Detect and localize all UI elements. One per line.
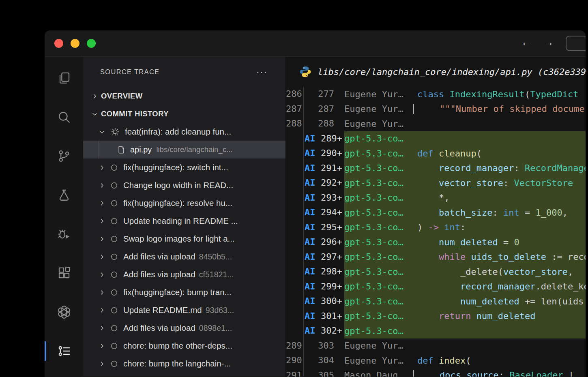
code-line[interactable]: AI297+gpt-5.3-co… while uids_to_delete :… bbox=[286, 250, 586, 265]
code-line[interactable]: AI292+gpt-5.3-co… vector_store: VectorSt… bbox=[286, 176, 586, 191]
ai-badge: AI bbox=[305, 309, 315, 324]
ai-line-number: AI295+ bbox=[304, 220, 344, 235]
commit-row[interactable]: Add files via upload0898e1... bbox=[83, 319, 285, 337]
command-search-box[interactable] bbox=[566, 36, 586, 51]
code-text: while uids_to_delete := record bbox=[413, 252, 586, 262]
commit-row[interactable]: fix(huggingface): switch int... bbox=[83, 159, 285, 176]
beaker-icon[interactable] bbox=[45, 185, 83, 205]
more-actions-icon[interactable]: ··· bbox=[256, 70, 268, 74]
file-path-title: libs/core/langchain_core/indexing/api.py… bbox=[318, 67, 586, 77]
blame-author: gpt-5.3-co… bbox=[344, 208, 413, 218]
gutter-line-number bbox=[286, 323, 304, 338]
code-line[interactable]: 287287Eugene Yur… """Number of skipped d… bbox=[286, 102, 586, 117]
code-line[interactable]: AI293+gpt-5.3-co… *, bbox=[286, 191, 586, 206]
zoom-button[interactable] bbox=[87, 39, 96, 48]
commit-dot-icon bbox=[110, 164, 118, 171]
blame-author: gpt-5.3-co… bbox=[344, 252, 413, 262]
tree-indent-guide bbox=[98, 141, 99, 159]
blame-author: gpt-5.3-co… bbox=[344, 133, 413, 144]
line-number: 288 bbox=[304, 116, 344, 131]
commit-row[interactable]: Swap logo images for light a... bbox=[83, 230, 285, 248]
file-row-api-py[interactable]: api.py libs/core/langchain_c... bbox=[83, 141, 285, 159]
line-number: 303 bbox=[304, 338, 344, 353]
nav-back-button[interactable]: ← bbox=[518, 36, 534, 49]
code-line[interactable]: AI300+gpt-5.3-co… num_deleted += len(uid… bbox=[286, 294, 586, 309]
commit-label: fix(huggingface): bump tran... bbox=[123, 287, 232, 297]
code-line[interactable]: AI294+gpt-5.3-co… batch_size: int = 1_00… bbox=[286, 205, 586, 220]
sidebar-section-overview[interactable]: OVERVIEW bbox=[83, 87, 285, 105]
blame-author: gpt-5.3-co… bbox=[344, 281, 413, 291]
sidebar-title: SOURCE TRACE bbox=[100, 68, 159, 76]
gutter-line-number: 290 bbox=[286, 353, 304, 368]
gutter-line-number bbox=[286, 176, 304, 191]
code-line[interactable]: AI290+gpt-5.3-co…def cleanup( bbox=[286, 146, 586, 161]
sidebar-section-commit-history[interactable]: COMMIT HISTORY bbox=[83, 105, 285, 123]
file-path: libs/core/langchain_c... bbox=[156, 145, 232, 154]
gutter-line-number: 288 bbox=[286, 116, 304, 131]
code-text: docs_source: BaseLoader | bbox=[414, 370, 574, 377]
editor-file-header: libs/core/langchain_core/indexing/api.py… bbox=[286, 57, 586, 87]
file-name: api.py bbox=[130, 145, 152, 154]
code-line[interactable]: AI295+gpt-5.3-co…) -> int: bbox=[286, 220, 586, 235]
code-line[interactable]: AI302+gpt-5.3-co… bbox=[286, 323, 586, 338]
commit-row[interactable]: chore: bump the other-deps... bbox=[83, 337, 285, 355]
source-control-icon[interactable] bbox=[45, 146, 83, 166]
code-line[interactable]: AI299+gpt-5.3-co… record_manager.delete_… bbox=[286, 279, 586, 294]
line-number: 304 bbox=[304, 353, 344, 368]
code-line[interactable]: 289303Eugene Yur… bbox=[286, 338, 586, 353]
diff-added-region: gpt-5.3-co… batch_size: int = 1_000, bbox=[344, 205, 586, 220]
diff-added-region: gpt-5.3-co… bbox=[344, 323, 586, 338]
python-icon bbox=[299, 66, 311, 78]
code-line[interactable]: AI301+gpt-5.3-co… return num_deleted bbox=[286, 309, 586, 324]
commit-row-expanded[interactable]: feat(infra): add cleanup fun... bbox=[83, 123, 285, 141]
commit-label: fix(huggingface): switch int... bbox=[123, 163, 228, 172]
extensions-icon[interactable] bbox=[45, 263, 83, 283]
commit-label: Update README.md bbox=[123, 305, 202, 315]
line-number: 287 bbox=[304, 102, 344, 117]
commit-row[interactable]: Change logo width in READ... bbox=[83, 176, 285, 194]
source-trace-icon[interactable] bbox=[45, 341, 83, 361]
code-line[interactable]: 291305Mason Daug… docs_source: BaseLoade… bbox=[286, 368, 586, 377]
blame-author: Eugene Yur… bbox=[344, 119, 413, 129]
chevron-right-icon bbox=[99, 236, 105, 242]
section-label: OVERVIEW bbox=[101, 92, 143, 101]
commit-hash: cf51821... bbox=[199, 270, 234, 279]
close-button[interactable] bbox=[54, 39, 63, 48]
chevron-right-icon bbox=[99, 200, 105, 207]
debug-icon[interactable] bbox=[45, 224, 83, 244]
diff-added-region: gpt-5.3-co… while uids_to_delete := reco… bbox=[344, 250, 586, 265]
ai-line-number: AI292+ bbox=[304, 176, 344, 191]
commit-row[interactable]: Update README.md93d63... bbox=[83, 301, 285, 319]
gutter-line-number bbox=[286, 205, 304, 220]
ai-line-number: AI300+ bbox=[304, 294, 344, 309]
code-line[interactable]: AI291+gpt-5.3-co… record_manager: Record… bbox=[286, 161, 586, 176]
sidebar: SOURCE TRACE ··· OVERVIEW COMMIT HISTORY bbox=[83, 57, 286, 377]
commit-row[interactable]: Update heading in README ... bbox=[83, 212, 285, 230]
ai-line-number: AI291+ bbox=[304, 161, 344, 176]
files-icon[interactable] bbox=[45, 68, 83, 88]
search-icon[interactable] bbox=[45, 107, 83, 127]
nav-forward-button[interactable]: → bbox=[540, 36, 556, 49]
ai-badge: AI bbox=[305, 294, 315, 309]
diff-added-region: gpt-5.3-co…) -> int: bbox=[344, 220, 586, 235]
code-region: Eugene Yur… bbox=[344, 338, 586, 353]
diff-added-region: gpt-5.3-co… _delete(vector_store, bbox=[344, 264, 586, 279]
minimize-button[interactable] bbox=[71, 39, 79, 48]
commit-row[interactable]: fix(huggingface): resolve hu... bbox=[83, 194, 285, 212]
code-line[interactable]: 288288Eugene Yur… bbox=[286, 116, 586, 131]
sparkle-icon bbox=[111, 127, 120, 136]
commit-row[interactable]: fix(huggingface): bump tran... bbox=[83, 283, 285, 301]
file-icon bbox=[117, 146, 125, 154]
code-line[interactable]: AI289+gpt-5.3-co… bbox=[286, 131, 586, 146]
code-line[interactable]: AI298+gpt-5.3-co… _delete(vector_store, bbox=[286, 264, 586, 279]
commit-row[interactable]: Add files via uploadcf51821... bbox=[83, 266, 285, 283]
code-line[interactable]: 290304Eugene Yur…def index( bbox=[286, 353, 586, 368]
commit-label: fix(huggingface): resolve hu... bbox=[123, 198, 232, 208]
commit-row[interactable]: chore: bump the langchain-... bbox=[83, 355, 285, 373]
code-line[interactable]: AI296+gpt-5.3-co… num_deleted = 0 bbox=[286, 235, 586, 250]
code-line[interactable]: 286277Eugene Yur…class IndexingResult(Ty… bbox=[286, 87, 586, 102]
commit-label: chore: bump the other-deps... bbox=[123, 341, 232, 351]
openai-icon[interactable] bbox=[45, 302, 83, 322]
commit-row[interactable]: Add files via upload8450b5... bbox=[83, 248, 285, 266]
code-region: Eugene Yur…def index( bbox=[344, 353, 586, 368]
